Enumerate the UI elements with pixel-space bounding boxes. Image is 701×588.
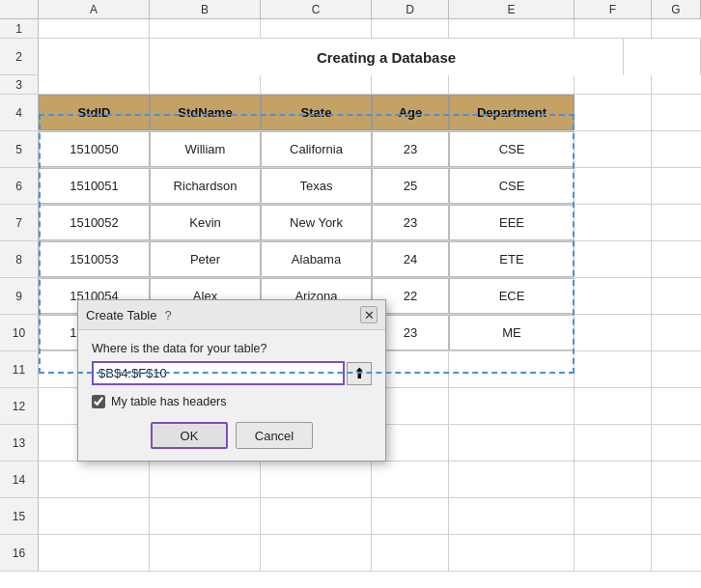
collapse-icon: ⬆ xyxy=(353,365,366,382)
cell-d6[interactable]: Texas xyxy=(261,168,372,204)
cell-g2[interactable] xyxy=(624,39,701,75)
cell-d8[interactable]: Alabama xyxy=(261,241,372,277)
col-header-d: D xyxy=(372,0,449,18)
cell-f4-header[interactable]: Department xyxy=(449,95,575,130)
cell-g8[interactable] xyxy=(575,241,652,277)
cell-b7[interactable]: 1510052 xyxy=(39,205,150,240)
cell-g5[interactable] xyxy=(575,131,652,167)
cell-g6[interactable] xyxy=(575,168,652,204)
val-f10: ME xyxy=(502,325,521,340)
dialog-range-input[interactable] xyxy=(92,361,345,385)
row-16: 16 xyxy=(0,535,701,572)
cancel-button[interactable]: Cancel xyxy=(236,422,313,449)
dialog-input-row: ⬆ xyxy=(92,361,372,385)
cell-e7[interactable]: 23 xyxy=(372,205,449,240)
cell-b1[interactable] xyxy=(39,19,150,38)
cell-g14[interactable] xyxy=(575,462,652,497)
cell-e8[interactable]: 24 xyxy=(372,241,449,277)
row-header-8: 8 xyxy=(0,241,39,277)
cell-b3[interactable] xyxy=(39,75,150,94)
cell-b14[interactable] xyxy=(39,462,150,497)
cell-f14[interactable] xyxy=(449,462,575,497)
cell-e1[interactable] xyxy=(372,19,449,38)
cell-d1[interactable] xyxy=(261,19,372,38)
cell-g16[interactable] xyxy=(575,535,652,571)
cell-b5[interactable]: 1510050 xyxy=(39,131,150,167)
cell-f6[interactable]: CSE xyxy=(449,168,575,204)
cell-g12[interactable] xyxy=(575,388,652,424)
cell-f10[interactable]: ME xyxy=(449,315,575,350)
headers-checkbox-label: My table has headers xyxy=(111,395,227,408)
cell-e14[interactable] xyxy=(372,462,449,497)
cell-g10[interactable] xyxy=(575,315,652,350)
cell-f5[interactable]: CSE xyxy=(449,131,575,167)
cell-f15[interactable] xyxy=(449,498,575,534)
cell-c16[interactable] xyxy=(150,535,261,571)
cell-d7[interactable]: New York xyxy=(261,205,372,240)
cell-g3[interactable] xyxy=(575,75,652,94)
cell-c7[interactable]: Kevin xyxy=(150,205,261,240)
val-c7: Kevin xyxy=(189,215,221,230)
cell-d3[interactable] xyxy=(261,75,372,94)
cell-g1[interactable] xyxy=(575,19,652,38)
cell-g13[interactable] xyxy=(575,425,652,461)
cell-b16[interactable] xyxy=(39,535,150,571)
title-cell[interactable]: Creating a Database xyxy=(150,39,624,75)
cell-c8[interactable]: Peter xyxy=(150,241,261,277)
cell-f3[interactable] xyxy=(449,75,575,94)
cell-c3[interactable] xyxy=(150,75,261,94)
cell-c6[interactable]: Richardson xyxy=(150,168,261,204)
dialog-help-icon[interactable]: ? xyxy=(164,308,171,322)
cell-e4-header[interactable]: Age xyxy=(372,95,449,130)
cell-f16[interactable] xyxy=(449,535,575,571)
ok-button[interactable]: OK xyxy=(151,422,228,449)
cell-g15[interactable] xyxy=(575,498,652,534)
cell-f12[interactable] xyxy=(449,388,575,424)
cell-g4[interactable] xyxy=(575,95,652,130)
cell-e5[interactable]: 23 xyxy=(372,131,449,167)
cell-c15[interactable] xyxy=(150,498,261,534)
dialog-close-button[interactable]: ✕ xyxy=(360,306,378,323)
val-b7: 1510052 xyxy=(70,215,119,230)
col-header-g: G xyxy=(652,0,701,18)
headers-checkbox[interactable] xyxy=(92,395,105,408)
cell-g7[interactable] xyxy=(575,205,652,240)
cell-d16[interactable] xyxy=(261,535,372,571)
col-header-row: A B C D E F G xyxy=(0,0,701,19)
cell-d5[interactable]: California xyxy=(261,131,372,167)
cell-f9[interactable]: ECE xyxy=(449,278,575,314)
cell-c5[interactable]: William xyxy=(150,131,261,167)
cell-e3[interactable] xyxy=(372,75,449,94)
cell-b4-header[interactable]: StdID xyxy=(39,95,150,130)
cell-d14[interactable] xyxy=(261,462,372,497)
cell-f13[interactable] xyxy=(449,425,575,461)
val-b6: 1510051 xyxy=(70,179,119,193)
val-d6: Texas xyxy=(300,179,333,193)
cell-b15[interactable] xyxy=(39,498,150,534)
cell-b6[interactable]: 1510051 xyxy=(39,168,150,204)
row-header-14: 14 xyxy=(0,462,39,497)
cell-d15[interactable] xyxy=(261,498,372,534)
cell-d4-header[interactable]: State xyxy=(261,95,372,130)
cell-c4-header[interactable]: StdName xyxy=(150,95,261,130)
row-header-6: 6 xyxy=(0,168,39,204)
cell-f1[interactable] xyxy=(449,19,575,38)
cell-c1[interactable] xyxy=(150,19,261,38)
cell-b2[interactable] xyxy=(39,39,150,75)
cell-b8[interactable]: 1510053 xyxy=(39,241,150,277)
val-f6: CSE xyxy=(499,179,525,193)
cell-g11[interactable] xyxy=(575,351,652,387)
cell-e16[interactable] xyxy=(372,535,449,571)
cell-e15[interactable] xyxy=(372,498,449,534)
cell-f11[interactable] xyxy=(449,351,575,387)
cell-f7[interactable]: EEE xyxy=(449,205,575,240)
cell-c14[interactable] xyxy=(150,462,261,497)
dialog-collapse-button[interactable]: ⬆ xyxy=(347,362,372,385)
row-header-15: 15 xyxy=(0,498,39,534)
row-header-13: 13 xyxy=(0,425,39,461)
cell-e6[interactable]: 25 xyxy=(372,168,449,204)
col-stdid-header: StdID xyxy=(78,105,111,120)
val-f8: ETE xyxy=(499,252,523,266)
cell-f8[interactable]: ETE xyxy=(449,241,575,277)
cell-g9[interactable] xyxy=(575,278,652,314)
